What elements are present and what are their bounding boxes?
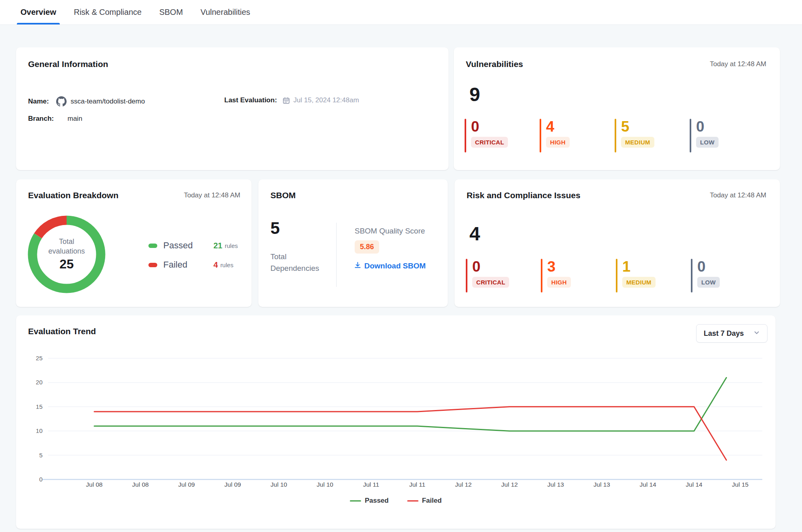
risk-compliance-card: Risk and Compliance Issues Today at 12:4… — [455, 179, 780, 307]
tab-sbom[interactable]: SBOM — [156, 0, 187, 24]
svg-text:Jul 09: Jul 09 — [178, 481, 195, 488]
svg-text:Jul 10: Jul 10 — [270, 481, 287, 488]
card-title: Evaluation Breakdown — [28, 191, 118, 200]
branch-value: main — [67, 115, 82, 123]
total-dependencies-label: Total Dependencies — [270, 251, 325, 274]
severity-badge: CRITICAL — [471, 137, 508, 148]
last-evaluation-value: Jul 15, 2024 12:48am — [293, 96, 359, 104]
repo-name-value: ssca-team/todolist-demo — [71, 97, 145, 106]
svg-text:25: 25 — [36, 355, 43, 361]
severity-badge: MEDIUM — [622, 277, 656, 288]
sbom-quality-label: SBOM Quality Score — [355, 227, 425, 236]
severity-count: 0 — [472, 259, 509, 275]
vulnerabilities-total: 9 — [469, 85, 480, 104]
severity-badge: LOW — [697, 277, 720, 288]
download-icon — [354, 261, 361, 271]
severity-critical: 0 CRITICAL — [466, 259, 541, 292]
svg-text:Jul 09: Jul 09 — [224, 481, 241, 488]
legend-count: 4 — [213, 260, 218, 270]
severity-low: 0 LOW — [690, 119, 765, 152]
svg-text:5: 5 — [39, 452, 43, 459]
severity-count: 1 — [622, 259, 656, 275]
severity-medium: 1 MEDIUM — [616, 259, 691, 292]
trend-legend: Passed Failed — [16, 497, 776, 505]
severity-count: 0 — [471, 119, 508, 135]
evaluation-breakdown-card: Evaluation Breakdown Today at 12:48 AM T… — [16, 179, 252, 307]
severity-count: 0 — [697, 259, 720, 275]
severity-badge: LOW — [696, 137, 719, 148]
legend-label: Failed — [422, 497, 442, 505]
card-title: Vulnerabilities — [466, 59, 523, 69]
severity-badge: HIGH — [546, 137, 570, 148]
tab-vulnerabilities[interactable]: Vulnerabilities — [197, 0, 254, 24]
download-label: Download SBOM — [364, 262, 426, 270]
svg-text:15: 15 — [36, 403, 43, 410]
svg-text:Jul 13: Jul 13 — [593, 481, 610, 488]
severity-low: 0 LOW — [691, 259, 766, 292]
evaluation-trend-card: Evaluation Trend Last 7 Days 0510152025J… — [16, 315, 776, 529]
svg-text:Jul 12: Jul 12 — [501, 481, 518, 488]
svg-text:20: 20 — [36, 379, 43, 386]
legend-row-failed: Failed 4 rules — [148, 258, 238, 272]
card-title: Risk and Compliance Issues — [467, 191, 581, 200]
evaluations-donut-chart: Total evaluations 25 — [26, 214, 107, 294]
severity-badge: MEDIUM — [621, 137, 654, 148]
svg-text:Jul 12: Jul 12 — [455, 481, 471, 488]
svg-text:Jul 14: Jul 14 — [686, 481, 703, 488]
svg-text:10: 10 — [36, 427, 43, 434]
risk-issues-total: 4 — [469, 224, 480, 244]
breakdown-legend: Passed 21 rules Failed 4 rules — [148, 239, 238, 277]
legend-suffix: rules — [220, 262, 233, 268]
legend-count: 21 — [213, 241, 222, 250]
svg-text:Jul 15: Jul 15 — [732, 481, 748, 488]
branch-row: Branch: main — [28, 115, 82, 123]
date-range-value: Last 7 Days — [704, 329, 744, 338]
tab-risk-compliance[interactable]: Risk & Compliance — [70, 0, 145, 24]
calendar-icon — [282, 97, 290, 104]
severity-badge: CRITICAL — [472, 277, 509, 288]
passed-line-swatch-icon — [350, 500, 361, 502]
svg-text:Jul 08: Jul 08 — [86, 481, 102, 488]
failed-line-swatch-icon — [407, 500, 418, 502]
donut-center-label: Total evaluations — [41, 237, 93, 256]
total-dependencies-count: 5 — [270, 219, 280, 238]
svg-text:Jul 11: Jul 11 — [409, 481, 425, 488]
legend-suffix: rules — [225, 242, 238, 249]
repo-name-row: Name: ssca-team/todolist-demo — [28, 96, 145, 107]
failed-swatch-icon — [148, 263, 157, 267]
severity-badge: HIGH — [547, 277, 571, 288]
severity-high: 3 HIGH — [541, 259, 616, 292]
card-timestamp: Today at 12:48 AM — [710, 60, 766, 68]
legend-label: Passed — [365, 497, 389, 505]
name-label: Name: — [28, 97, 49, 106]
branch-label: Branch: — [28, 115, 54, 123]
donut-total: 25 — [59, 257, 74, 272]
sbom-quality-score-badge: 5.86 — [355, 240, 379, 254]
vulnerabilities-card: Vulnerabilities Today at 12:48 AM 9 0 CR… — [454, 47, 780, 170]
divider — [336, 223, 337, 287]
legend-row-passed: Passed 21 rules — [148, 239, 238, 252]
date-range-dropdown[interactable]: Last 7 Days — [696, 324, 767, 343]
last-evaluation-row: Last Evaluation: Jul 15, 2024 12:48am — [224, 96, 359, 104]
github-icon — [56, 96, 67, 107]
last-evaluation-label: Last Evaluation: — [224, 96, 277, 104]
svg-text:Jul 13: Jul 13 — [547, 481, 564, 488]
tab-overview[interactable]: Overview — [17, 0, 60, 24]
sbom-card: SBOM 5 Total Dependencies SBOM Quality S… — [258, 179, 448, 307]
legend-item-passed: Passed — [350, 497, 389, 505]
card-title: SBOM — [270, 191, 296, 200]
severity-medium: 5 MEDIUM — [615, 119, 690, 152]
card-timestamp: Today at 12:48 AM — [184, 191, 240, 199]
download-sbom-link[interactable]: Download SBOM — [354, 261, 426, 271]
passed-swatch-icon — [148, 244, 157, 248]
trend-line-chart: 0510152025Jul 08Jul 08Jul 09Jul 09Jul 10… — [16, 351, 776, 492]
donut-center: Total evaluations 25 — [26, 214, 107, 294]
svg-text:Jul 10: Jul 10 — [317, 481, 333, 488]
severity-high: 4 HIGH — [540, 119, 615, 152]
legend-item-failed: Failed — [407, 497, 442, 505]
severity-row: 0 CRITICAL 3 HIGH 1 MEDIUM 0 LOW — [466, 259, 766, 292]
severity-count: 4 — [546, 119, 570, 135]
severity-count: 3 — [547, 259, 571, 275]
svg-text:Jul 11: Jul 11 — [363, 481, 379, 488]
card-title: Evaluation Trend — [28, 327, 96, 336]
